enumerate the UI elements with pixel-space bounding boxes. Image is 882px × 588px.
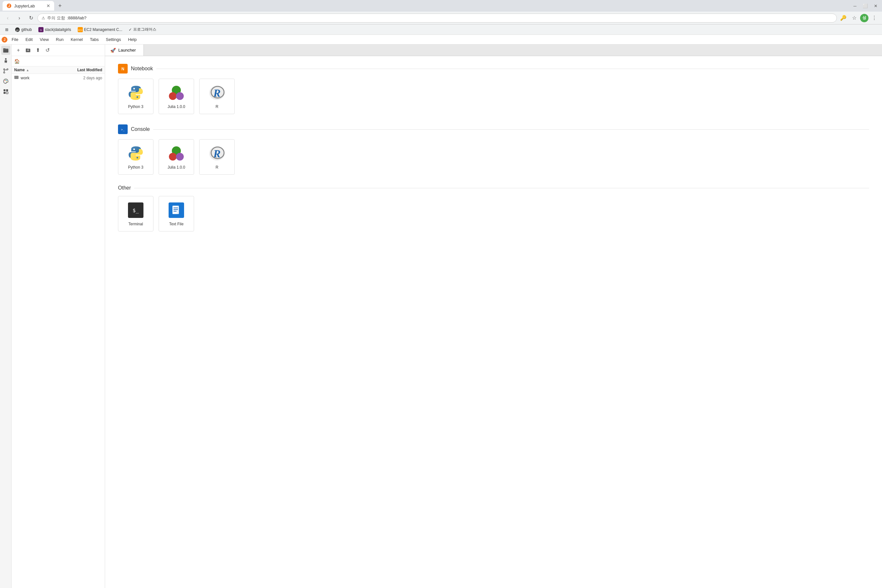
bookmark-button[interactable]: ☆ [849, 13, 860, 23]
console-section-title: Console [131, 126, 150, 132]
svg-text:J: J [3, 38, 6, 42]
menu-view[interactable]: View [36, 36, 52, 42]
bookmark-github-label: github [21, 27, 32, 32]
bookmark-apps[interactable]: ⊞ [3, 26, 11, 34]
sidebar-running-icon[interactable] [1, 56, 10, 65]
r-console-icon: R [208, 144, 226, 162]
minimize-button[interactable]: ─ [851, 2, 859, 10]
terminal-card[interactable]: $_ Terminal [118, 196, 153, 231]
apps-icon: ⊞ [5, 27, 8, 32]
maximize-button[interactable]: ⬜ [861, 2, 869, 10]
browser-chrome: J JupyterLab ✕ + ─ ⬜ ✕ ‹ › ↻ ⚠ 주의 요함 :88… [0, 0, 882, 35]
svg-point-15 [3, 72, 5, 73]
svg-point-32 [134, 88, 135, 90]
ec2-icon: EC2 [78, 27, 83, 32]
address-url: :8888/lab? [67, 15, 87, 20]
menu-file[interactable]: File [8, 36, 22, 42]
launcher-tab[interactable]: 🚀 Launcher [105, 45, 144, 56]
list-item[interactable]: work 2 days ago [12, 74, 105, 82]
menu-help[interactable]: Help [125, 36, 140, 42]
svg-point-43 [136, 157, 138, 159]
bookmarks-bar: ⊞ gh github S slack|dataitgirls EC2 EC2 … [0, 24, 882, 35]
svg-point-12 [5, 58, 6, 60]
bookmark-github[interactable]: gh github [12, 26, 34, 34]
console-python3-card[interactable]: Python 3 [118, 139, 153, 175]
main-area: 🚀 Launcher N Notebook [105, 45, 882, 588]
upload-button[interactable]: ⬆ [33, 46, 42, 54]
menu-settings[interactable]: Settings [102, 36, 124, 42]
console-r-card[interactable]: R R [199, 139, 235, 175]
new-folder-button[interactable]: + [24, 46, 32, 54]
bookmark-ec2[interactable]: EC2 EC2 Management C... [75, 26, 125, 34]
sidebar-files-icon[interactable] [1, 46, 10, 55]
new-tab-button[interactable]: + [56, 1, 64, 10]
new-file-button[interactable]: + [14, 46, 22, 54]
sidebar-git-icon[interactable] [1, 66, 10, 75]
julia-console-label: Julia 1.0.0 [168, 165, 185, 170]
svg-rect-11 [3, 48, 6, 50]
notebook-julia-card[interactable]: Julia 1.0.0 [159, 79, 194, 114]
filelist-header: Name ▲ Last Modified [12, 66, 105, 74]
svg-point-18 [5, 80, 6, 80]
jupyterlab-app: J File Edit View Run Kernel Tabs Setting… [0, 35, 882, 588]
browser-tab[interactable]: J JupyterLab ✕ [3, 1, 54, 10]
menu-kernel[interactable]: Kernel [68, 36, 86, 42]
svg-text:gh: gh [16, 29, 19, 32]
textfile-card[interactable]: Text File [159, 196, 194, 231]
notebook-section-line [156, 69, 869, 69]
close-window-button[interactable]: ✕ [872, 2, 879, 10]
r-icon: R [208, 84, 226, 102]
back-button[interactable]: ‹ [3, 13, 13, 23]
sidebar-extensions-icon[interactable] [1, 87, 10, 96]
file-panel: + + ⬆ ↺ 🏠 Name ▲ Last Modified [12, 45, 105, 588]
notebook-section-icon: N [118, 64, 128, 74]
folder-icon [14, 75, 19, 81]
refresh-button[interactable]: ↺ [43, 46, 52, 54]
svg-rect-24 [6, 92, 8, 94]
notebook-python3-card[interactable]: Python 3 [118, 79, 153, 114]
svg-rect-23 [3, 92, 6, 94]
tab-title: JupyterLab [14, 3, 44, 8]
bookmark-ec2-label: EC2 Management C... [84, 27, 123, 32]
reload-button[interactable]: ↻ [26, 13, 36, 23]
launcher-content: N Notebook [105, 56, 882, 588]
forward-button[interactable]: › [14, 13, 24, 23]
github-icon: gh [15, 27, 20, 32]
other-section-line [134, 188, 869, 188]
svg-point-46 [176, 153, 184, 160]
svg-point-17 [4, 80, 5, 81]
bookmark-programmers[interactable]: ✓ 프로그래머스 [126, 26, 159, 34]
menu-edit[interactable]: Edit [22, 36, 36, 42]
menu-run[interactable]: Run [52, 36, 67, 42]
launcher-tab-icon: 🚀 [110, 48, 116, 53]
file-name: work [21, 75, 70, 80]
svg-rect-22 [6, 89, 8, 91]
home-breadcrumb[interactable]: 🏠 [14, 58, 20, 64]
svg-point-42 [134, 148, 135, 150]
avatar[interactable]: 성 [860, 14, 868, 22]
browser-toolbar: ‹ › ↻ ⚠ 주의 요함 :8888/lab? 🔑 ☆ 성 ⋮ [0, 12, 882, 24]
svg-point-33 [136, 96, 138, 98]
close-tab-button[interactable]: ✕ [46, 3, 50, 8]
key-icon: 🔑 [838, 13, 849, 23]
notebook-r-card[interactable]: R R [199, 79, 235, 114]
launcher-tab-label: Launcher [118, 48, 136, 52]
modified-column-header[interactable]: Last Modified [70, 68, 102, 72]
svg-text:S: S [40, 29, 42, 32]
bookmark-slack-label: slack|dataitgirls [45, 27, 71, 32]
r-notebook-label: R [216, 105, 219, 109]
name-column-header[interactable]: Name ▲ [14, 68, 70, 72]
console-section-header: >_ Console [118, 124, 869, 134]
terminal-label: Terminal [128, 222, 143, 226]
menubar: J File Edit View Run Kernel Tabs Setting… [0, 35, 882, 45]
svg-rect-21 [3, 89, 6, 91]
menu-tabs[interactable]: Tabs [87, 36, 102, 42]
menu-button[interactable]: ⋮ [869, 13, 879, 23]
file-list: work 2 days ago [12, 74, 105, 588]
other-section: Other $_ Terminal [118, 185, 869, 231]
sidebar-palette-icon[interactable] [1, 77, 10, 86]
security-indicator: ⚠ [42, 16, 45, 20]
bookmark-slack[interactable]: S slack|dataitgirls [36, 26, 74, 34]
address-bar[interactable]: ⚠ 주의 요함 :8888/lab? [38, 14, 837, 22]
console-julia-card[interactable]: Julia 1.0.0 [159, 139, 194, 175]
